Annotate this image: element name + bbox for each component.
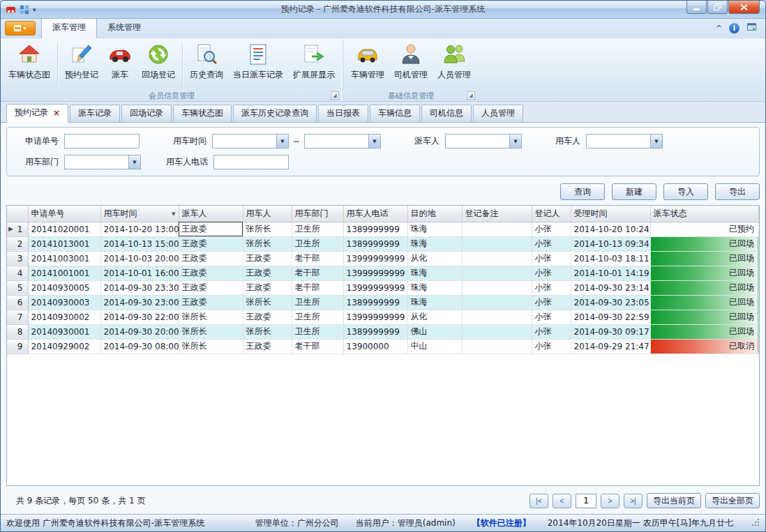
use-time-from-combo[interactable]: ▼: [212, 134, 289, 149]
grid-cell[interactable]: 13999999999: [343, 251, 407, 266]
grid-cell[interactable]: 张所长: [243, 324, 292, 339]
grid-cell[interactable]: 张所长: [179, 324, 243, 339]
grid-cell[interactable]: 2014-10-13 09:34: [571, 236, 650, 251]
maximize-button[interactable]: [707, 1, 728, 14]
prev-page-button[interactable]: <: [553, 494, 571, 508]
tab-daily-report[interactable]: 当日报表: [318, 105, 368, 122]
department-combo[interactable]: ▼: [64, 155, 141, 169]
grid-cell[interactable]: 小张: [532, 266, 571, 280]
row-selector[interactable]: 9: [7, 339, 28, 354]
ribbon-tab-system-management[interactable]: 系统管理: [97, 19, 151, 38]
column-header[interactable]: 用车人电话: [343, 206, 407, 222]
grid-cell[interactable]: [462, 339, 532, 354]
column-header[interactable]: 登记备注: [462, 206, 532, 222]
info-icon[interactable]: i: [729, 23, 739, 33]
ribbon-button-extended-screen[interactable]: 扩展屏显示: [288, 40, 340, 90]
grid-cell[interactable]: 王政委: [243, 280, 292, 295]
grid-cell[interactable]: 卫生所: [292, 222, 343, 236]
table-row[interactable]: 6201409300032014-09-30 23:00王政委张所长卫生所138…: [7, 295, 759, 310]
dispatch-status-cell[interactable]: 已回场: [650, 251, 759, 266]
grid-cell[interactable]: 2014-10-03 18:11: [571, 251, 650, 266]
row-selector[interactable]: 7: [7, 310, 28, 324]
grid-cell[interactable]: 小张: [532, 324, 571, 339]
chevron-down-icon[interactable]: ▼: [276, 135, 288, 148]
grid-cell[interactable]: 王政委: [179, 251, 243, 266]
grid-cell[interactable]: 20140929002: [28, 339, 100, 354]
table-row[interactable]: 7201409300022014-09-30 22:00张所长王政委卫生所139…: [7, 310, 759, 324]
query-button[interactable]: 查询: [560, 183, 605, 200]
grid-cell[interactable]: 老干部: [292, 266, 343, 280]
grid-cell[interactable]: 王政委: [243, 266, 292, 280]
first-page-button[interactable]: |<: [530, 494, 548, 508]
grid-cell[interactable]: 张所长: [243, 236, 292, 251]
grid-cell[interactable]: 张所长: [243, 295, 292, 310]
grid-cell[interactable]: 2014-10-20 10:24: [571, 222, 650, 236]
grid-cell[interactable]: 13900000: [343, 339, 407, 354]
grid-cell[interactable]: 珠海: [407, 280, 462, 295]
grid-cell[interactable]: 王政委: [243, 251, 292, 266]
grid-cell[interactable]: 2014-10-13 15:00: [100, 236, 179, 251]
resize-grip[interactable]: [751, 518, 760, 529]
grid-cell[interactable]: 2014-09-29 21:47: [571, 339, 650, 354]
dispatch-status-cell[interactable]: 已回场: [650, 236, 759, 251]
grid-cell[interactable]: 13999999999: [343, 266, 407, 280]
grid-cell[interactable]: 卫生所: [292, 324, 343, 339]
grid-cell[interactable]: 小张: [532, 222, 571, 236]
phone-input[interactable]: [213, 155, 289, 169]
ribbon-button-today-dispatch-records[interactable]: 当日派车记录: [228, 40, 288, 90]
grid-cell[interactable]: 13999999999: [343, 280, 407, 295]
ribbon-button-return-registration[interactable]: 回场登记: [137, 40, 180, 90]
column-header[interactable]: 派车人: [179, 206, 243, 222]
grid-cell[interactable]: [462, 236, 532, 251]
dispatch-status-cell[interactable]: 已回场: [650, 280, 759, 295]
column-header[interactable]: 登记人: [532, 206, 571, 222]
grid-cell[interactable]: [462, 266, 532, 280]
table-row[interactable]: 3201410030012014-10-03 20:00王政委王政委老干部139…: [7, 251, 759, 266]
grid-cell[interactable]: 2014-09-30 20:00: [100, 324, 179, 339]
grid-cell[interactable]: 2014-09-30 08:00: [100, 339, 179, 354]
tab-driver-info[interactable]: 司机信息: [421, 105, 472, 122]
export-all-pages-button[interactable]: 导出全部页: [705, 493, 760, 508]
grid-cell[interactable]: 珠海: [407, 236, 462, 251]
dialog-launcher-icon[interactable]: ◢: [331, 91, 339, 100]
license-link[interactable]: 【软件已注册】: [472, 517, 531, 529]
grid-cell[interactable]: 2014-10-03 20:00: [100, 251, 179, 266]
grid-cell[interactable]: 王政委: [243, 339, 292, 354]
dispatch-status-cell[interactable]: 已回场: [650, 295, 759, 310]
table-row[interactable]: ▶1201410200012014-10-20 13:00王政委张所长卫生所13…: [7, 222, 759, 236]
ribbon-collapse-icon[interactable]: ^: [716, 24, 722, 33]
grid-cell[interactable]: 王政委: [179, 222, 243, 236]
grid-cell[interactable]: 卫生所: [292, 236, 343, 251]
close-tab-icon[interactable]: ×: [53, 109, 60, 117]
row-selector[interactable]: 3: [7, 251, 28, 266]
select-all-header[interactable]: [7, 206, 28, 222]
dispatch-status-cell[interactable]: 已回场: [650, 266, 759, 280]
column-filter-icon[interactable]: ▼: [172, 211, 175, 217]
grid-cell[interactable]: 王政委: [243, 310, 292, 324]
grid-cell[interactable]: 1389999999: [343, 236, 407, 251]
grid-cell[interactable]: 王政委: [179, 295, 243, 310]
grid-cell[interactable]: 2014-09-30 22:00: [100, 310, 179, 324]
request-no-input[interactable]: [64, 134, 140, 149]
grid-cell[interactable]: 2014-09-30 09:17: [571, 324, 650, 339]
grid-cell[interactable]: 小张: [532, 295, 571, 310]
grid-cell[interactable]: 佛山: [407, 324, 462, 339]
grid-cell[interactable]: 2014-09-30 22:59: [571, 310, 650, 324]
tab-vehicle-status-map[interactable]: 车辆状态图: [173, 105, 232, 122]
row-selector[interactable]: 6: [7, 295, 28, 310]
grid-cell[interactable]: 小张: [532, 280, 571, 295]
grid-cell[interactable]: 1389999999: [343, 295, 407, 310]
chevron-down-icon[interactable]: ▼: [368, 135, 380, 148]
tab-personnel-management[interactable]: 人员管理: [473, 105, 523, 122]
grid-cell[interactable]: [462, 222, 532, 236]
user-combo[interactable]: ▼: [586, 134, 663, 149]
ribbon-button-reservation[interactable]: 预约登记: [60, 40, 103, 90]
grid-cell[interactable]: 20141001001: [28, 266, 100, 280]
grid-cell[interactable]: 珠海: [407, 295, 462, 310]
grid-cell[interactable]: 1389999999: [343, 222, 407, 236]
ribbon-button-driver-management[interactable]: 司机管理: [389, 40, 433, 90]
column-header[interactable]: 派车状态: [650, 206, 759, 222]
grid-cell[interactable]: 王政委: [179, 280, 243, 295]
grid-cell[interactable]: 小张: [532, 236, 571, 251]
layout-icon[interactable]: [20, 5, 29, 15]
